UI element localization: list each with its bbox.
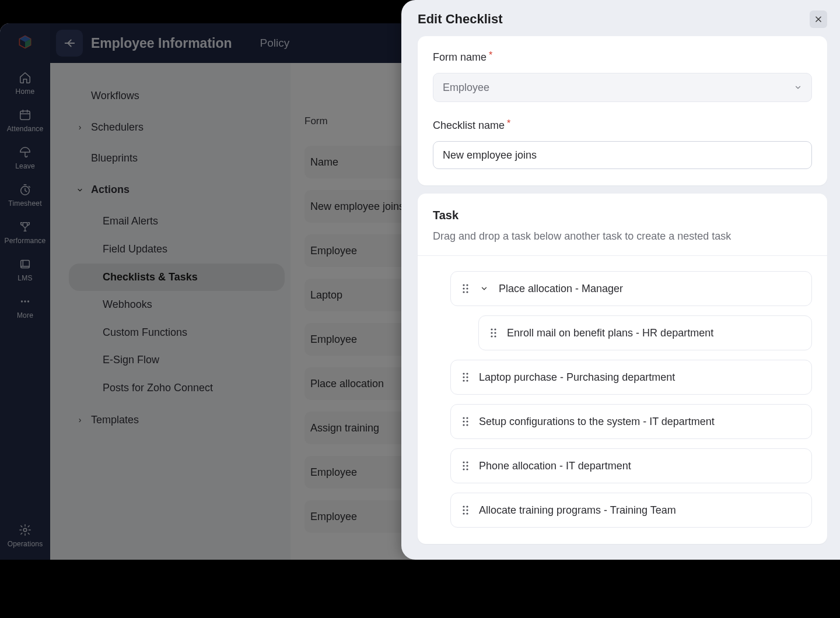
drag-handle-icon[interactable] [461,372,470,382]
sidebar-item-label: Schedulers [91,121,144,134]
table-cell: Employee [310,245,357,257]
sidebar-item-label: Workflows [91,90,139,103]
sidebar-sub-label: Webhooks [103,299,152,311]
sidebar-item-label: Blueprints [91,152,138,165]
form-details-card: Form name* Employee Checklist name* [418,36,747,185]
gear-icon [19,524,32,536]
sidebar-sub-posts-zoho-connect[interactable]: Posts for Zoho Connect [69,374,285,402]
settings-sidebar: › Workflows › Schedulers › Blueprints Ac… [50,63,290,560]
more-icon [19,295,32,308]
drag-handle-icon[interactable] [461,416,470,427]
task-item[interactable]: Allocate training programs - Training Te… [450,493,747,528]
sidebar-item-templates[interactable]: › Templates [69,407,285,434]
sidebar-item-workflows[interactable]: › Workflows [69,83,285,110]
page-title: Employee Information [91,36,232,51]
sidebar-sub-email-alerts[interactable]: Email Alerts [69,208,285,236]
rail-item-operations[interactable]: Operations [5,518,45,560]
svg-point-20 [491,335,492,337]
form-name-select[interactable]: Employee [433,73,747,102]
tab-policy[interactable]: Policy [260,37,290,50]
svg-point-23 [466,373,468,374]
svg-point-30 [463,420,464,422]
rail-item-label: More [17,311,33,319]
rail-item-attendance[interactable]: Attendance [5,103,45,135]
svg-point-31 [466,420,468,422]
svg-rect-3 [20,111,30,120]
app-logo-icon [17,34,33,50]
sidebar-sub-webhooks[interactable]: Webhooks [69,291,285,319]
svg-point-32 [463,424,464,426]
divider [418,255,747,256]
table-cell: Assign training [310,422,379,434]
chevron-right-icon: › [76,416,84,424]
svg-point-17 [494,328,496,330]
rail-item-label: LMS [18,274,32,282]
svg-point-15 [466,291,468,293]
svg-point-43 [466,509,468,511]
rail-item-timesheet[interactable]: Timesheet [5,177,45,210]
sidebar-item-blueprints[interactable]: › Blueprints [69,145,285,172]
task-item[interactable]: Phone allocation - IT department [450,448,747,483]
left-rail: Home Attendance Leave Timesheet Performa [0,23,50,560]
task-item[interactable]: Enroll mail on benefit plans - HR depart… [478,315,747,350]
calendar-icon [19,108,32,121]
rail-item-leave[interactable]: Leave [5,140,45,173]
table-cell: Laptop [310,289,342,301]
task-card: Task Drag and drop a task below another … [418,194,747,544]
svg-point-42 [463,509,464,511]
rail-item-label: Performance [5,237,46,245]
rail-item-more[interactable]: More [5,289,45,322]
task-heading: Task [433,209,747,222]
task-item[interactable]: Place allocation - Manager [450,271,747,306]
svg-point-19 [494,332,496,333]
task-item[interactable]: Setup configurations to the system - IT … [450,404,747,439]
drag-handle-icon[interactable] [461,461,470,471]
svg-point-22 [463,373,464,374]
rail-item-label: Leave [15,162,35,170]
required-indicator: * [507,118,510,128]
svg-point-45 [466,512,468,514]
sidebar-sub-label: Custom Functions [103,326,187,339]
sidebar-sub-custom-functions[interactable]: Custom Functions [69,319,285,347]
rail-item-label: Attendance [7,125,44,133]
sidebar-sub-field-updates[interactable]: Field Updates [69,236,285,264]
rail-item-performance[interactable]: Performance [5,215,45,247]
sidebar-item-actions[interactable]: Actions [69,177,285,203]
svg-point-28 [463,417,464,419]
required-indicator: * [489,50,492,60]
svg-point-12 [463,287,464,289]
svg-point-36 [463,465,464,466]
sidebar-item-schedulers[interactable]: › Schedulers [69,114,285,141]
rail-item-home[interactable]: Home [5,65,45,98]
svg-point-10 [463,284,464,286]
rail-item-lms[interactable]: LMS [5,252,45,285]
sidebar-sub-checklists-tasks[interactable]: Checklists & Tasks [69,264,285,292]
drag-handle-icon[interactable] [461,505,470,515]
svg-point-35 [466,461,468,463]
sidebar-sub-label: E-Sign Flow [103,354,159,367]
sidebar-sub-label: Email Alerts [103,215,158,228]
task-item[interactable]: Laptop purchase - Purchasing department [450,360,747,395]
task-label: Allocate training programs - Training Te… [479,504,676,517]
edit-checklist-panel: Edit Checklist Form name* Employee Check… [401,0,747,560]
sidebar-sub-esign-flow[interactable]: E-Sign Flow [69,346,285,374]
svg-point-8 [27,300,29,302]
modal-header: Edit Checklist [401,0,747,33]
trophy-icon [19,220,32,233]
modal-title: Edit Checklist [418,12,747,27]
drag-handle-icon[interactable] [461,283,470,294]
chevron-down-icon [76,186,84,194]
checklist-name-input[interactable] [433,141,747,169]
umbrella-icon [19,146,32,159]
drag-handle-icon[interactable] [489,328,498,338]
table-cell: Employee [310,333,357,346]
arrow-left-icon [63,37,76,50]
table-cell: Name [310,156,338,168]
svg-point-21 [494,335,496,337]
chevron-right-icon: › [76,123,84,131]
svg-point-9 [23,528,27,532]
task-list: Place allocation - Manager Enroll mail o… [433,271,747,528]
svg-point-39 [466,468,468,470]
back-button[interactable] [56,30,83,57]
chevron-down-icon[interactable] [479,283,489,294]
